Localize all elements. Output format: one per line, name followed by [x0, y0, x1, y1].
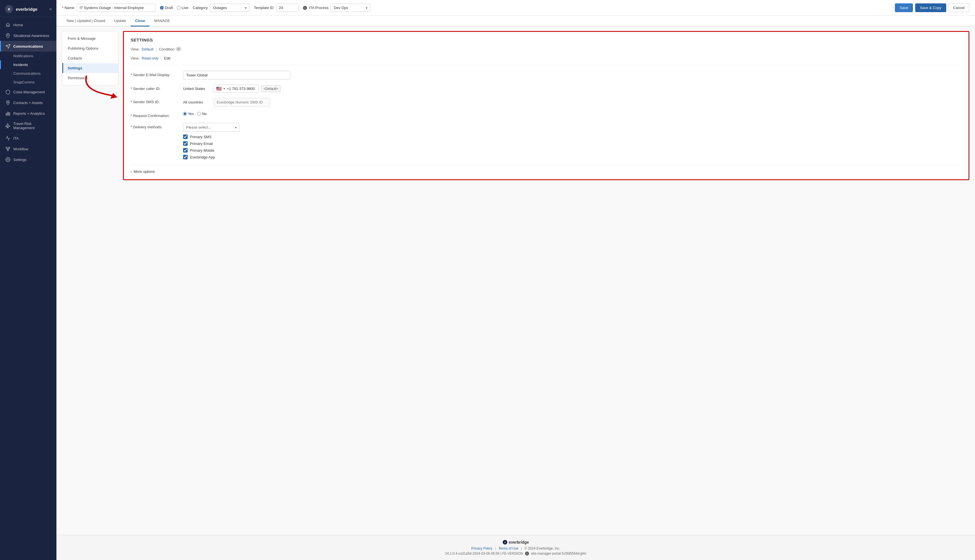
- name-input[interactable]: [77, 4, 155, 12]
- delivery-select-wrap: Please select...: [183, 123, 962, 132]
- sidebar: e everbridge « Home Situational Awarenes…: [0, 0, 57, 560]
- svg-point-10: [7, 159, 9, 160]
- template-id-label: Template ID: [254, 6, 273, 10]
- tab-new-updated-closed[interactable]: New | Updated | Closed: [62, 16, 110, 27]
- sidebar-subitem-communications[interactable]: Communications: [0, 69, 57, 78]
- primary-mobile-checkbox-label[interactable]: Primary Mobile: [183, 148, 962, 153]
- name-label: * Name: [62, 6, 74, 10]
- sidebar-sublabel-notifications: Notifications: [13, 54, 33, 58]
- phone-row: United States 🇺🇸 ▼ +1 781-373-9800 <Defa…: [183, 85, 962, 93]
- sms-id-input[interactable]: [214, 98, 270, 107]
- more-options-row[interactable]: › More options: [130, 164, 962, 174]
- sidebar-item-crisis-management[interactable]: Crisis Management: [0, 87, 57, 97]
- primary-sms-checkbox[interactable]: [183, 135, 188, 139]
- terms-of-use-link[interactable]: Terms of Use: [499, 547, 519, 550]
- sidebar-item-reports-analytics[interactable]: Reports + Analytics: [0, 108, 57, 119]
- sender-sms-label: * Sender SMS ID:: [130, 98, 179, 104]
- sidebar-subitem-notifications[interactable]: Notifications: [0, 52, 57, 60]
- edit-sub-row: View: Read-only | Edit: [130, 56, 962, 65]
- main-panel: SETTINGS View: Default | Condition 0 Vie…: [123, 31, 969, 530]
- checkbox-list: Primary SMS Primary Email Primary Mobile: [183, 135, 962, 159]
- svg-rect-7: [6, 147, 7, 148]
- primary-mobile-checkbox[interactable]: [183, 148, 188, 153]
- yes-radio-label[interactable]: Yes: [183, 112, 194, 116]
- flag-emoji: 🇺🇸: [216, 86, 222, 92]
- sidebar-label-settings: Settings: [13, 158, 27, 162]
- sidebar-subitem-snapcomms[interactable]: SnapComms: [0, 78, 57, 87]
- draft-radio[interactable]: [160, 6, 164, 10]
- sidebar-item-ita[interactable]: ITA: [0, 133, 57, 143]
- sidebar-navigation: Home Situational Awareness Communication…: [0, 17, 57, 560]
- privacy-policy-link[interactable]: Privacy Policy: [471, 547, 492, 550]
- flag-dropdown-arrow[interactable]: ▼: [223, 87, 226, 90]
- sidebar-item-contacts-assets[interactable]: Contacts + Assets: [0, 97, 57, 108]
- everbridge-app-checkbox[interactable]: [183, 155, 188, 159]
- tab-close[interactable]: Close: [130, 16, 150, 27]
- edit-link[interactable]: Edit: [164, 56, 170, 60]
- tab-update[interactable]: Update: [110, 16, 130, 27]
- view-row: View: Default | Condition 0: [130, 47, 962, 51]
- save-button[interactable]: Save: [895, 3, 913, 12]
- save-copy-button[interactable]: Save & Copy: [915, 3, 946, 12]
- plane-icon: [5, 123, 10, 128]
- sender-caller-value: United States 🇺🇸 ▼ +1 781-373-9800 <Defa…: [183, 85, 962, 93]
- view-sub-label: View:: [130, 56, 140, 60]
- live-radio-label[interactable]: Live: [177, 6, 189, 10]
- sender-caller-label: * Sender caller ID:: [130, 85, 179, 91]
- everbridge-app-checkbox-label[interactable]: Everbridge App: [183, 155, 962, 159]
- delivery-select-container: Please select...: [183, 123, 240, 132]
- location-dot-icon: [5, 100, 10, 105]
- svg-rect-5: [8, 112, 8, 115]
- phone-number: +1 781-373-9800: [227, 87, 255, 91]
- sidebar-sublabel-incidents: Incidents: [13, 63, 28, 67]
- content-nav-publishing-options[interactable]: Publishing Options: [62, 43, 118, 53]
- primary-email-checkbox[interactable]: [183, 141, 188, 146]
- readonly-link[interactable]: Read-only: [142, 56, 159, 60]
- country-name: United States: [183, 87, 211, 91]
- sidebar-sublabel-snapcomms: SnapComms: [13, 80, 34, 84]
- sidebar-item-home[interactable]: Home: [0, 20, 57, 30]
- sidebar-label-situational-awareness: Situational Awareness: [13, 33, 49, 38]
- primary-email-checkbox-label[interactable]: Primary Email: [183, 141, 962, 146]
- settings-box: SETTINGS View: Default | Condition 0 Vie…: [123, 31, 969, 180]
- copyright-text: © 2024 Everbridge, Inc.: [524, 547, 560, 550]
- draft-radio-label[interactable]: Draft: [160, 6, 173, 10]
- ita-process-select[interactable]: Dev Ops: [331, 4, 370, 12]
- sidebar-label-home: Home: [13, 23, 23, 27]
- view-default-link[interactable]: Default: [142, 47, 154, 51]
- primary-sms-checkbox-label[interactable]: Primary SMS: [183, 135, 962, 139]
- template-id-input[interactable]: [276, 4, 299, 12]
- live-radio[interactable]: [177, 6, 180, 10]
- chart-bar-icon: [5, 111, 10, 116]
- category-field-row: Category Outages: [193, 4, 249, 12]
- content-nav-contacts[interactable]: Contacts: [62, 53, 118, 63]
- footer-logo-text: everbridge: [509, 540, 529, 545]
- sidebar-item-travel-risk[interactable]: Travel Risk Management: [0, 119, 57, 133]
- sidebar-subitem-incidents[interactable]: Incidents: [0, 60, 57, 69]
- sender-email-input[interactable]: [183, 71, 290, 80]
- sidebar-label-contacts-assets: Contacts + Assets: [13, 101, 43, 105]
- sidebar-item-settings[interactable]: Settings: [0, 154, 57, 165]
- delivery-select[interactable]: Please select...: [183, 123, 240, 132]
- svg-point-2: [7, 34, 9, 36]
- footer-version: 24.1.0.4-ca31a5d-2024-03-06-06:56 | FE-V…: [61, 552, 970, 556]
- tab-manage[interactable]: MANAGE: [150, 16, 174, 27]
- sidebar-item-workflow[interactable]: Workflow: [0, 143, 57, 154]
- svg-rect-8: [8, 147, 10, 148]
- phone-flag-input[interactable]: 🇺🇸 ▼ +1 781-373-9800: [214, 85, 259, 93]
- yes-radio[interactable]: [183, 112, 187, 116]
- content-nav-permissions[interactable]: Permissions: [62, 73, 118, 83]
- sidebar-collapse-button[interactable]: «: [49, 7, 52, 12]
- sidebar-item-situational-awareness[interactable]: Situational Awareness: [0, 30, 57, 41]
- sidebar-item-communications[interactable]: Communications: [0, 41, 57, 52]
- sender-email-label: * Sender E-Mail Display:: [130, 71, 179, 77]
- svg-text:e: e: [8, 7, 10, 11]
- no-radio[interactable]: [197, 112, 201, 116]
- content-nav-form-message[interactable]: Form & Message: [62, 33, 118, 43]
- sidebar-label-communications: Communications: [13, 44, 43, 48]
- logo-text: everbridge: [16, 7, 38, 12]
- content-nav-settings[interactable]: Settings: [62, 63, 118, 73]
- category-select[interactable]: Outages: [210, 4, 249, 12]
- cancel-button[interactable]: Cancel: [948, 3, 969, 12]
- no-radio-label[interactable]: No: [197, 112, 207, 116]
